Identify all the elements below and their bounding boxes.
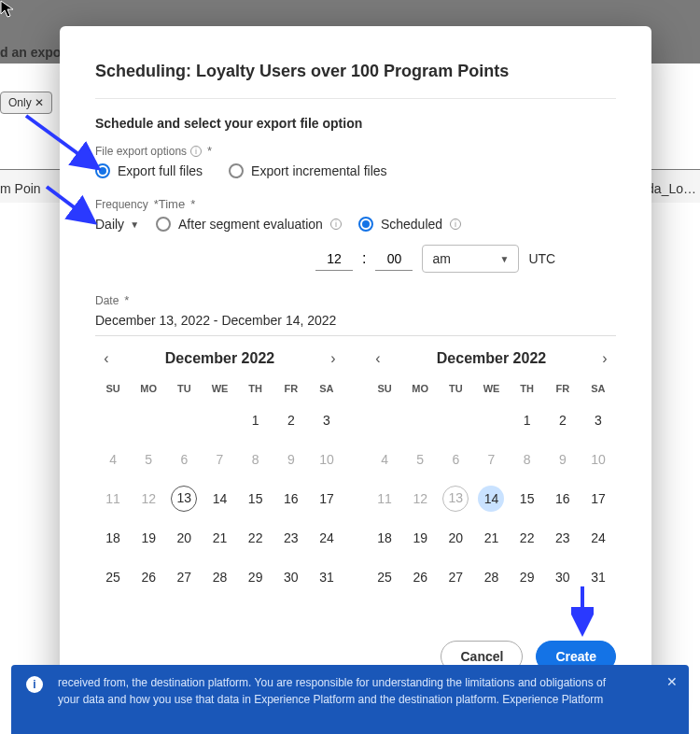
calendar-day[interactable]: 23 — [273, 525, 309, 551]
calendar-day[interactable]: 7 — [202, 446, 237, 473]
calendar-day[interactable]: 14 — [478, 486, 504, 512]
date-range-value: December 13, 2022 - December 14, 2022 — [95, 313, 616, 336]
info-icon[interactable]: i — [330, 219, 342, 230]
calendar-day[interactable]: 16 — [273, 486, 309, 512]
calendar-day[interactable]: 30 — [545, 564, 581, 590]
frequency-row: Daily ▼ After segment evaluation i Sched… — [95, 217, 616, 232]
radio-export-incremental[interactable]: Export incremental files — [229, 163, 387, 178]
calendar-day[interactable]: 24 — [309, 525, 344, 551]
calendar-grid-right: SUMOTUWETHFRSA12345678910111213141516171… — [367, 383, 616, 590]
calendar-day[interactable]: 4 — [367, 446, 402, 473]
radio-label: Scheduled — [381, 217, 442, 232]
next-month-button[interactable]: › — [594, 347, 616, 370]
calendar-day[interactable]: 5 — [402, 446, 438, 473]
calendar-day[interactable]: 9 — [273, 446, 309, 473]
time-min-input[interactable] — [375, 247, 413, 271]
dow-header: TU — [438, 383, 473, 394]
dow-header: TH — [510, 383, 545, 394]
calendar-day[interactable]: 21 — [473, 525, 509, 551]
dow-header: SA — [309, 383, 344, 394]
calendar-day[interactable]: 16 — [545, 486, 581, 512]
calendar-day[interactable]: 1 — [238, 407, 273, 433]
calendar-day[interactable]: 10 — [581, 446, 616, 473]
calendar-day[interactable]: 8 — [510, 446, 545, 473]
calendar-day[interactable]: 14 — [202, 486, 237, 512]
info-icon[interactable]: i — [450, 219, 461, 230]
calendar-day[interactable]: 9 — [545, 446, 581, 473]
dow-header: SA — [581, 383, 616, 394]
calendar-day[interactable]: 20 — [438, 525, 473, 551]
prev-month-button[interactable]: ‹ — [95, 347, 118, 370]
calendar-day[interactable]: 4 — [95, 446, 131, 473]
calendar-day[interactable]: 19 — [402, 525, 438, 551]
radio-after-eval[interactable]: After segment evaluation i — [156, 217, 342, 232]
calendar-day[interactable]: 30 — [273, 564, 309, 590]
calendar-day[interactable]: 22 — [238, 525, 273, 551]
calendar-day[interactable]: 15 — [238, 486, 273, 512]
calendar-day[interactable]: 3 — [309, 407, 344, 433]
calendar-day[interactable]: 24 — [581, 525, 616, 551]
calendar-day[interactable]: 27 — [166, 564, 202, 590]
calendar-day[interactable]: 7 — [473, 446, 509, 473]
calendar-day[interactable]: 27 — [438, 564, 473, 590]
calendar-day[interactable]: 15 — [510, 486, 545, 512]
calendar-day[interactable]: 2 — [545, 407, 581, 433]
calendar-day[interactable]: 25 — [95, 564, 131, 590]
calendar-day[interactable]: 13 — [442, 486, 469, 512]
calendar-day[interactable]: 17 — [309, 486, 344, 512]
dow-header: SU — [95, 383, 131, 394]
radio-icon — [156, 217, 171, 232]
close-icon[interactable]: ✕ — [663, 672, 681, 691]
calendar-day[interactable]: 8 — [238, 446, 273, 473]
calendar-start: ‹ December 2022 › SUMOTUWETHFRSA12345678… — [95, 344, 344, 590]
calendar-day[interactable]: 12 — [402, 486, 438, 512]
calendar-day[interactable]: 5 — [131, 446, 166, 473]
calendar-pair: ‹ December 2022 › SUMOTUWETHFRSA12345678… — [95, 344, 616, 590]
calendar-day[interactable]: 23 — [545, 525, 581, 551]
calendar-day[interactable]: 18 — [95, 525, 131, 551]
prev-month-button[interactable]: ‹ — [367, 347, 389, 370]
calendar-day[interactable]: 21 — [202, 525, 237, 551]
calendar-day[interactable]: 10 — [309, 446, 344, 473]
ampm-select[interactable]: am ▼ — [422, 245, 519, 273]
radio-scheduled[interactable]: Scheduled i — [358, 217, 461, 232]
calendar-day[interactable]: 28 — [202, 564, 237, 590]
calendar-day[interactable]: 2 — [273, 407, 309, 433]
calendar-day[interactable]: 25 — [367, 564, 402, 590]
calendar-day[interactable]: 29 — [510, 564, 545, 590]
frequency-select[interactable]: Daily ▼ — [95, 217, 139, 232]
time-hour-input[interactable] — [315, 247, 353, 271]
calendar-day[interactable]: 26 — [402, 564, 438, 590]
calendar-day[interactable]: 31 — [309, 564, 344, 590]
calendar-day — [95, 407, 131, 433]
calendar-day[interactable]: 13 — [171, 486, 197, 512]
calendar-day[interactable]: 1 — [510, 407, 545, 433]
calendar-day[interactable]: 26 — [131, 564, 166, 590]
file-export-label: File export options i * — [95, 144, 616, 158]
calendar-day[interactable]: 28 — [473, 564, 509, 590]
calendar-day[interactable]: 11 — [95, 486, 131, 512]
calendar-day[interactable]: 12 — [131, 486, 166, 512]
frequency-value: Daily — [95, 217, 124, 232]
info-icon[interactable]: i — [190, 146, 202, 157]
calendar-day[interactable]: 18 — [367, 525, 402, 551]
calendar-day[interactable]: 29 — [238, 564, 273, 590]
date-label-text: Date — [95, 294, 119, 307]
calendar-day — [131, 407, 166, 433]
radio-export-full[interactable]: Export full files — [95, 163, 203, 178]
bg-pill[interactable]: Only ✕ — [0, 92, 52, 114]
next-month-button[interactable]: › — [322, 347, 344, 370]
calendar-month-title: December 2022 — [165, 350, 274, 367]
file-export-options: Export full files Export incremental fil… — [95, 163, 616, 178]
calendar-day[interactable]: 17 — [581, 486, 616, 512]
required-asterisk: *Time — [154, 197, 185, 211]
calendar-day[interactable]: 11 — [367, 486, 402, 512]
file-export-label-text: File export options — [95, 145, 187, 158]
calendar-day[interactable]: 19 — [131, 525, 166, 551]
calendar-day[interactable]: 6 — [438, 446, 473, 473]
calendar-day[interactable]: 6 — [166, 446, 202, 473]
calendar-day[interactable]: 22 — [510, 525, 545, 551]
calendar-day[interactable]: 20 — [166, 525, 202, 551]
calendar-day[interactable]: 3 — [581, 407, 616, 433]
calendar-day[interactable]: 31 — [581, 564, 616, 590]
